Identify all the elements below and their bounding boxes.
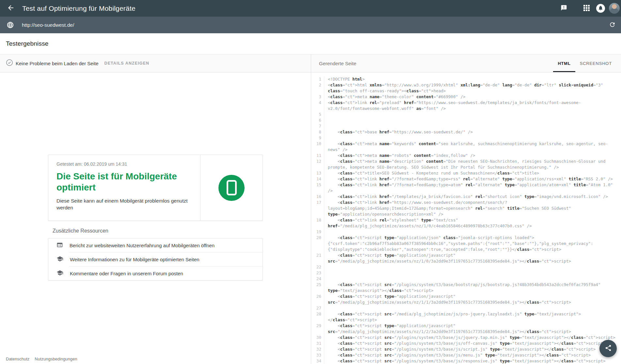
code-line: 30 <class="ct">script src="/plugins/syst…	[311, 335, 621, 341]
code-line: 10 <class="ct">meta name="keywords" cont…	[311, 141, 621, 153]
result-card: Getestet am: 06.02.2019 um 14:31 Die Sei…	[48, 155, 263, 221]
code-line: 31 <class="ct">script src="/plugins/syst…	[311, 341, 621, 346]
resource-link-more-info[interactable]: Weitere Informationen zu für Mobilgeräte…	[48, 252, 263, 266]
back-arrow-icon	[7, 4, 15, 13]
share-icon	[605, 344, 612, 353]
code-line: 3<class="ct">meta name="theme-color" con…	[311, 94, 621, 100]
avatar[interactable]	[609, 3, 620, 14]
code-line: 13 <class="ct">title>SEO Südwest - Kompe…	[311, 170, 621, 176]
page-title: Testergebnisse	[6, 40, 49, 47]
status-bar: Keine Probleme beim Laden der Seite DETA…	[0, 54, 621, 72]
terms-link[interactable]: Nutzungsbedingungen	[35, 356, 77, 361]
code-line: 1<!DOCTYPE html>	[311, 76, 621, 82]
code-line: 2<class="ct">html xmlns="http://www.w3.o…	[311, 82, 621, 94]
code-line: 33 <class="ct">script src="/plugins/syst…	[311, 352, 621, 358]
rendered-page-header: Gerenderte Seite HTML SCREENSHOT	[311, 54, 621, 72]
resource-label: Bericht zur websiteweiten Nutzererfahrun…	[70, 243, 215, 248]
tab-bar: HTML SCREENSHOT	[553, 54, 616, 72]
code-line: 12 <class="ct">meta name="description" c…	[311, 159, 621, 170]
code-line: 8 <class="ct">base href="https://www.seo…	[311, 129, 621, 135]
code-line: 21 <class="ct">script type="application/…	[311, 252, 621, 264]
code-line: 24	[311, 276, 621, 282]
refresh-icon	[609, 21, 616, 29]
notifications-button[interactable]	[596, 4, 605, 13]
resource-label: Kommentare oder Fragen in unserem Forum …	[70, 271, 183, 276]
apps-grid-button[interactable]	[583, 5, 590, 12]
footer: Datenschutz Nutzungsbedingungen	[6, 356, 77, 361]
resources-heading: Zusätzliche Ressourcen	[53, 228, 108, 234]
status-message: Keine Probleme beim Laden der Seite	[16, 61, 99, 66]
feedback-button[interactable]	[561, 5, 567, 12]
tested-at-label: Getestet am: 06.02.2019 um 14:31	[56, 161, 194, 167]
back-button[interactable]	[7, 4, 15, 13]
code-line: 9	[311, 135, 621, 141]
code-line: 25 <class="ct">script src="/plugins/syst…	[311, 282, 621, 294]
school-icon	[56, 269, 63, 278]
details-link[interactable]: DETAILS ANZEIGEN	[104, 61, 150, 66]
feedback-icon	[561, 5, 567, 12]
share-fab[interactable]	[599, 340, 617, 357]
bell-icon	[598, 5, 603, 12]
code-line: 16 <class="ct">link href="/templates/ja_…	[311, 194, 621, 200]
resource-link-usability-report[interactable]: Bericht zur websiteweiten Nutzererfahrun…	[48, 238, 263, 252]
code-line: 22	[311, 264, 621, 270]
code-line: 32 <class="ct">script src="/plugins/syst…	[311, 346, 621, 352]
resource-label: Weitere Informationen zu für Mobilgeräte…	[70, 257, 199, 262]
code-line: 15 <class="ct">link href="/?format=feed&…	[311, 182, 621, 194]
source-code: 1<!DOCTYPE html>2<class="ct">html xmlns=…	[311, 76, 621, 364]
code-line: 17 <class="ct">link href="https://www.se…	[311, 200, 621, 217]
web-report-icon	[56, 242, 63, 250]
code-line: 7	[311, 123, 621, 129]
apps-grid-icon	[583, 5, 590, 12]
resource-link-forum[interactable]: Kommentare oder Fragen in unserem Forum …	[48, 266, 263, 281]
code-line: 19	[311, 229, 621, 235]
rendered-html-code-panel[interactable]: 1<!DOCTYPE html>2<class="ct">html xmlns=…	[311, 72, 621, 364]
app-bar: Test auf Optimierung für Mobilgeräte	[0, 0, 621, 17]
load-status: Keine Probleme beim Laden der Seite DETA…	[0, 54, 311, 72]
code-line: 14 <class="ct">link href="/?format=feed&…	[311, 176, 621, 182]
code-line: 11 <class="ct">meta name="robots" conten…	[311, 153, 621, 159]
refresh-button[interactable]	[609, 21, 616, 29]
url-bar: http://seo-suedwest.de/	[0, 17, 621, 33]
code-line: 28 <class="ct">script src="/media/plg_jc…	[311, 311, 621, 323]
code-line: 5	[311, 112, 621, 117]
code-line: 26 <class="ct">script type="application/…	[311, 294, 621, 305]
code-line: 18 <class="ct">link rel="stylesheet" typ…	[311, 217, 621, 229]
results-heading-row: Testergebnisse	[0, 33, 621, 54]
verdict-description: Diese Seite kann auf einem Mobilgerät pr…	[56, 197, 194, 211]
privacy-link[interactable]: Datenschutz	[6, 356, 29, 361]
code-line: 27	[311, 305, 621, 311]
smartphone-icon	[218, 175, 245, 201]
code-line: 6	[311, 117, 621, 123]
results-panel: Getestet am: 06.02.2019 um 14:31 Die Sei…	[0, 72, 311, 364]
check-circle-icon	[6, 59, 13, 68]
resources-card: Bericht zur websiteweiten Nutzererfahrun…	[48, 238, 263, 281]
app-title: Test auf Optimierung für Mobilgeräte	[22, 5, 135, 12]
code-line: 20 <class="ct">script type="application/…	[311, 235, 621, 252]
school-icon	[56, 255, 63, 264]
verdict-title: Die Seite ist für Mobilgeräte optimiert	[56, 171, 194, 193]
code-line: 4<class="ct">link rel="preload" href="ht…	[311, 100, 621, 112]
url-text[interactable]: http://seo-suedwest.de/	[22, 22, 609, 28]
tab-screenshot[interactable]: SCREENSHOT	[575, 54, 616, 72]
tab-html[interactable]: HTML	[553, 54, 575, 72]
code-line: 23	[311, 270, 621, 276]
globe-icon	[7, 21, 14, 29]
code-line: 29 <class="ct">script type="application/…	[311, 323, 621, 335]
code-line: 34 <class="ct">script src="/plugins/syst…	[311, 358, 621, 364]
rendered-page-label: Gerenderte Seite	[319, 61, 553, 66]
